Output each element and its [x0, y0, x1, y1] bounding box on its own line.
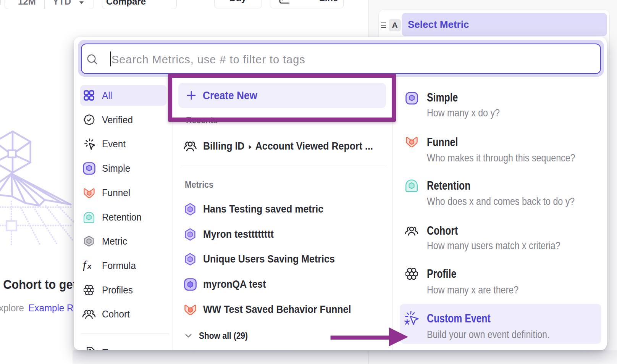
svg-text:x: x: [87, 262, 92, 270]
svg-text:f: f: [83, 260, 87, 271]
